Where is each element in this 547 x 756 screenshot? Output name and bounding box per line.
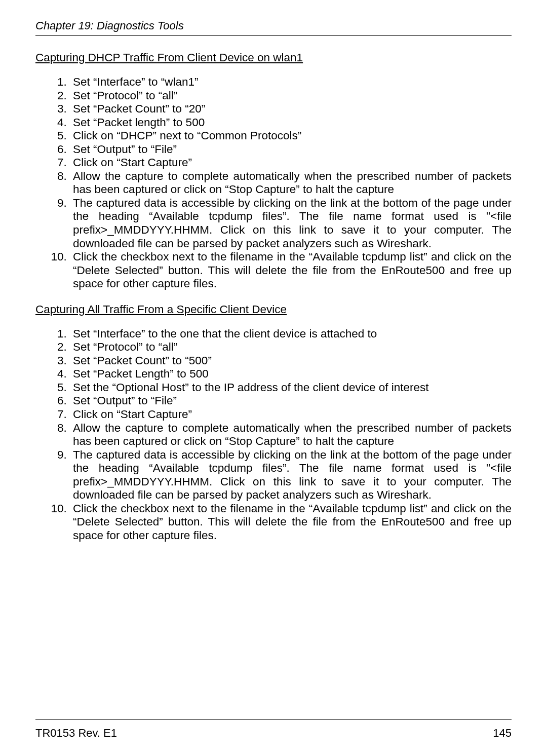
header-divider <box>35 35 512 36</box>
step-item: Set “Output” to “File” <box>70 143 512 157</box>
step-item: The captured data is accessible by click… <box>70 197 512 250</box>
step-item: Click on “DHCP” next to “Common Protocol… <box>70 129 512 143</box>
step-item: Set the “Optional Host” to the IP addres… <box>70 381 512 395</box>
step-item: Set “Packet Count” to “500” <box>70 354 512 368</box>
step-item: Allow the capture to complete automatica… <box>70 170 512 197</box>
step-item: The captured data is accessible by click… <box>70 448 512 502</box>
steps-list-2: Set “Interface” to the one that the clie… <box>35 327 512 543</box>
section-title-1: Capturing DHCP Traffic From Client Devic… <box>35 51 512 64</box>
step-item: Allow the capture to complete automatica… <box>70 422 512 448</box>
doc-id: TR0153 Rev. E1 <box>35 727 117 740</box>
page-footer: TR0153 Rev. E1 145 <box>35 727 512 740</box>
step-item: Click on “Start Capture” <box>70 156 512 170</box>
step-item: Set “Protocol” to “all” <box>70 89 512 103</box>
steps-list-1: Set “Interface” to “wlan1” Set “Protocol… <box>35 75 512 291</box>
step-item: Set “Packet Count” to “20” <box>70 102 512 116</box>
step-item: Set “Protocol” to “all” <box>70 341 512 354</box>
step-item: Set “Interface” to the one that the clie… <box>70 327 512 341</box>
step-item: Click the checkbox next to the filename … <box>70 250 512 291</box>
footer-divider <box>35 719 512 720</box>
chapter-header: Chapter 19: Diagnostics Tools <box>35 19 512 32</box>
step-item: Set “Output” to “File” <box>70 394 512 408</box>
page-number: 145 <box>493 727 512 740</box>
step-item: Set “Interface” to “wlan1” <box>70 75 512 89</box>
section-title-2: Capturing All Traffic From a Specific Cl… <box>35 303 512 316</box>
step-item: Click the checkbox next to the filename … <box>70 502 512 543</box>
step-item: Set “Packet length” to 500 <box>70 116 512 130</box>
step-item: Set “Packet Length” to 500 <box>70 367 512 381</box>
step-item: Click on “Start Capture” <box>70 408 512 422</box>
